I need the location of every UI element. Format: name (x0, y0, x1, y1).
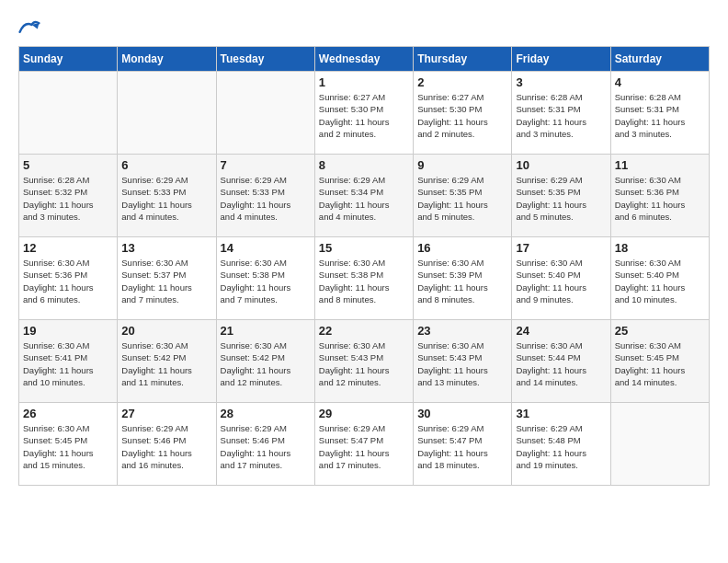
header-saturday: Saturday (610, 47, 709, 72)
day-number: 17 (516, 241, 606, 255)
day-number: 7 (221, 158, 311, 172)
calendar-cell (19, 72, 118, 155)
page-header (18, 18, 710, 37)
cell-info: Sunrise: 6:30 AM Sunset: 5:40 PM Dayligh… (516, 257, 606, 305)
day-number: 21 (221, 324, 311, 338)
cell-info: Sunrise: 6:30 AM Sunset: 5:36 PM Dayligh… (615, 174, 705, 223)
cell-info: Sunrise: 6:29 AM Sunset: 5:35 PM Dayligh… (417, 174, 507, 223)
day-number: 26 (23, 407, 113, 420)
cell-info: Sunrise: 6:30 AM Sunset: 5:40 PM Dayligh… (615, 257, 705, 305)
cell-info: Sunrise: 6:27 AM Sunset: 5:30 PM Dayligh… (417, 91, 507, 140)
day-number: 27 (121, 407, 211, 420)
day-number: 12 (23, 241, 113, 255)
calendar-table: SundayMondayTuesdayWednesdayThursdayFrid… (18, 46, 710, 486)
cell-info: Sunrise: 6:30 AM Sunset: 5:45 PM Dayligh… (615, 339, 705, 388)
calendar-cell: 2Sunrise: 6:27 AM Sunset: 5:30 PM Daylig… (414, 72, 512, 155)
day-number: 19 (23, 324, 113, 338)
cell-info: Sunrise: 6:29 AM Sunset: 5:46 PM Dayligh… (221, 422, 311, 471)
cell-info: Sunrise: 6:30 AM Sunset: 5:42 PM Dayligh… (121, 339, 211, 388)
cell-info: Sunrise: 6:29 AM Sunset: 5:46 PM Dayligh… (121, 422, 211, 471)
cell-info: Sunrise: 6:29 AM Sunset: 5:48 PM Dayligh… (516, 422, 606, 471)
cell-info: Sunrise: 6:28 AM Sunset: 5:31 PM Dayligh… (615, 91, 705, 140)
calendar-cell: 31Sunrise: 6:29 AM Sunset: 5:48 PM Dayli… (512, 403, 610, 486)
week-row-4: 19Sunrise: 6:30 AM Sunset: 5:41 PM Dayli… (19, 320, 710, 403)
calendar-cell: 18Sunrise: 6:30 AM Sunset: 5:40 PM Dayli… (610, 237, 709, 320)
day-number: 22 (319, 324, 409, 338)
calendar-cell: 29Sunrise: 6:29 AM Sunset: 5:47 PM Dayli… (314, 403, 413, 486)
day-number: 1 (319, 75, 409, 89)
day-number: 29 (319, 407, 409, 420)
week-row-1: 1Sunrise: 6:27 AM Sunset: 5:30 PM Daylig… (19, 72, 710, 155)
day-number: 9 (417, 158, 507, 172)
cell-info: Sunrise: 6:30 AM Sunset: 5:36 PM Dayligh… (23, 257, 113, 305)
cell-info: Sunrise: 6:30 AM Sunset: 5:39 PM Dayligh… (417, 257, 507, 305)
cell-info: Sunrise: 6:29 AM Sunset: 5:35 PM Dayligh… (516, 174, 606, 223)
calendar-cell: 23Sunrise: 6:30 AM Sunset: 5:43 PM Dayli… (414, 320, 512, 403)
calendar-cell: 1Sunrise: 6:27 AM Sunset: 5:30 PM Daylig… (314, 72, 413, 155)
calendar-cell: 12Sunrise: 6:30 AM Sunset: 5:36 PM Dayli… (19, 237, 118, 320)
cell-info: Sunrise: 6:30 AM Sunset: 5:43 PM Dayligh… (319, 339, 409, 388)
cell-info: Sunrise: 6:29 AM Sunset: 5:33 PM Dayligh… (221, 174, 311, 223)
calendar-cell: 3Sunrise: 6:28 AM Sunset: 5:31 PM Daylig… (512, 72, 610, 155)
day-number: 15 (319, 241, 409, 255)
day-number: 23 (417, 324, 507, 338)
logo (18, 18, 44, 37)
calendar-cell: 13Sunrise: 6:30 AM Sunset: 5:37 PM Dayli… (118, 237, 216, 320)
calendar-cell (610, 403, 709, 486)
calendar-cell: 8Sunrise: 6:29 AM Sunset: 5:34 PM Daylig… (314, 155, 413, 237)
cell-info: Sunrise: 6:30 AM Sunset: 5:44 PM Dayligh… (516, 339, 606, 388)
header-wednesday: Wednesday (314, 47, 413, 72)
calendar-cell: 7Sunrise: 6:29 AM Sunset: 5:33 PM Daylig… (216, 155, 314, 237)
header-tuesday: Tuesday (216, 47, 314, 72)
calendar-cell: 25Sunrise: 6:30 AM Sunset: 5:45 PM Dayli… (610, 320, 709, 403)
day-number: 18 (615, 241, 705, 255)
calendar-cell: 24Sunrise: 6:30 AM Sunset: 5:44 PM Dayli… (512, 320, 610, 403)
day-number: 4 (615, 75, 705, 89)
cell-info: Sunrise: 6:29 AM Sunset: 5:47 PM Dayligh… (417, 422, 507, 471)
header-friday: Friday (512, 47, 610, 72)
calendar-cell (118, 72, 216, 155)
cell-info: Sunrise: 6:29 AM Sunset: 5:47 PM Dayligh… (319, 422, 409, 471)
calendar-cell: 22Sunrise: 6:30 AM Sunset: 5:43 PM Dayli… (314, 320, 413, 403)
day-number: 5 (23, 158, 113, 172)
day-number: 28 (221, 407, 311, 420)
calendar-cell: 27Sunrise: 6:29 AM Sunset: 5:46 PM Dayli… (118, 403, 216, 486)
calendar-cell: 19Sunrise: 6:30 AM Sunset: 5:41 PM Dayli… (19, 320, 118, 403)
calendar-cell: 30Sunrise: 6:29 AM Sunset: 5:47 PM Dayli… (414, 403, 512, 486)
day-number: 20 (121, 324, 211, 338)
day-number: 6 (121, 158, 211, 172)
day-number: 31 (516, 407, 606, 420)
calendar-cell: 15Sunrise: 6:30 AM Sunset: 5:38 PM Dayli… (314, 237, 413, 320)
calendar-cell: 9Sunrise: 6:29 AM Sunset: 5:35 PM Daylig… (414, 155, 512, 237)
cell-info: Sunrise: 6:30 AM Sunset: 5:43 PM Dayligh… (417, 339, 507, 388)
header-sunday: Sunday (19, 47, 118, 72)
week-row-5: 26Sunrise: 6:30 AM Sunset: 5:45 PM Dayli… (19, 403, 710, 486)
day-number: 24 (516, 324, 606, 338)
day-number: 11 (615, 158, 705, 172)
day-number: 16 (417, 241, 507, 255)
calendar-cell: 26Sunrise: 6:30 AM Sunset: 5:45 PM Dayli… (19, 403, 118, 486)
logo-icon (18, 18, 40, 37)
week-row-3: 12Sunrise: 6:30 AM Sunset: 5:36 PM Dayli… (19, 237, 710, 320)
calendar-cell: 11Sunrise: 6:30 AM Sunset: 5:36 PM Dayli… (610, 155, 709, 237)
day-number: 8 (319, 158, 409, 172)
day-number: 3 (516, 75, 606, 89)
header-monday: Monday (118, 47, 216, 72)
day-number: 10 (516, 158, 606, 172)
calendar-cell: 6Sunrise: 6:29 AM Sunset: 5:33 PM Daylig… (118, 155, 216, 237)
day-number: 30 (417, 407, 507, 420)
cell-info: Sunrise: 6:27 AM Sunset: 5:30 PM Dayligh… (319, 91, 409, 140)
day-number: 14 (221, 241, 311, 255)
day-number: 25 (615, 324, 705, 338)
calendar-cell: 21Sunrise: 6:30 AM Sunset: 5:42 PM Dayli… (216, 320, 314, 403)
cell-info: Sunrise: 6:28 AM Sunset: 5:32 PM Dayligh… (23, 174, 113, 223)
cell-info: Sunrise: 6:30 AM Sunset: 5:45 PM Dayligh… (23, 422, 113, 471)
calendar-cell: 5Sunrise: 6:28 AM Sunset: 5:32 PM Daylig… (19, 155, 118, 237)
day-number: 13 (121, 241, 211, 255)
cell-info: Sunrise: 6:30 AM Sunset: 5:37 PM Dayligh… (121, 257, 211, 305)
header-thursday: Thursday (414, 47, 512, 72)
day-number: 2 (417, 75, 507, 89)
calendar-cell: 16Sunrise: 6:30 AM Sunset: 5:39 PM Dayli… (414, 237, 512, 320)
cell-info: Sunrise: 6:30 AM Sunset: 5:42 PM Dayligh… (221, 339, 311, 388)
calendar-cell: 10Sunrise: 6:29 AM Sunset: 5:35 PM Dayli… (512, 155, 610, 237)
